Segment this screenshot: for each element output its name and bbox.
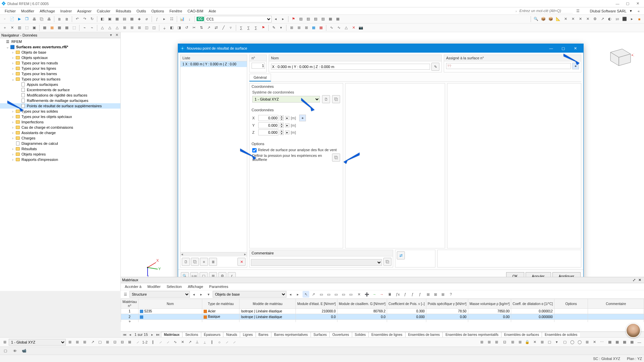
tool-b-icon[interactable]: 📦 [540,16,547,22]
filter3-icon[interactable]: ▨ [305,16,312,22]
tab-next-icon[interactable]: ▸ [150,333,155,337]
tb2-38-icon[interactable]: ⊞ [296,24,302,31]
tb2-33-icon[interactable]: ∑ [253,24,259,31]
br-18-icon[interactable]: ▦ [614,339,621,346]
br-3-icon[interactable]: ⊞ [493,339,500,346]
list-tool2-button[interactable]: ≣ [209,258,217,266]
results-icon[interactable]: ☷ [168,16,175,22]
bt-19-icon[interactable]: ⊥ [194,339,201,346]
mat-tab[interactable]: Barres [256,332,271,337]
col-type[interactable]: Type de matériau [202,299,239,309]
tb2-4-icon[interactable]: ⬚ [23,24,30,31]
tb2-29-icon[interactable]: ╱ [220,24,227,31]
mat-add-icon[interactable]: ➕ [364,291,370,298]
mat-tab[interactable]: Ensembles de surfaces [501,332,542,337]
collapse-icon[interactable]: « [635,8,642,14]
copy-icon[interactable]: ⿻ [38,16,45,22]
mat-f3-icon[interactable]: ƒ [417,291,423,298]
comment-select[interactable] [251,259,382,266]
coord-pick-button[interactable]: ⌖ [299,115,306,121]
mat-tab[interactable]: Sections [182,332,201,337]
br-1-icon[interactable]: ⊞ [478,339,485,346]
tree-item[interactable]: ›Rapports d'impression [0,157,120,162]
cc-prev-icon[interactable]: ◂ [272,16,279,22]
tb2-15-icon[interactable]: △ [114,24,120,31]
table-row[interactable]: 3 [121,319,644,322]
support-avatar[interactable] [626,323,641,338]
mat-prev-icon[interactable]: ◂ [191,291,197,298]
view-iso-icon[interactable]: ◧ [99,16,106,22]
tb2-37-icon[interactable]: ⊞ [288,24,295,31]
tb2-6-icon[interactable]: ▦ [41,24,48,31]
cs-select[interactable]: 1 - Global XYZ [9,339,66,346]
tree-item[interactable]: Modifications de rigidité des surfaces [0,93,120,98]
bt-4-icon[interactable]: ⊞ [81,339,88,346]
mat-t5-icon[interactable]: ▭ [333,291,339,298]
mat-tab[interactable]: Ensembles de barres [405,332,443,337]
mat-f2-icon[interactable]: ƒ [409,291,416,298]
menu-modifier[interactable]: Modifier [18,8,37,14]
mat-tab[interactable]: Surfaces [311,332,330,337]
mat-imp-icon[interactable]: ⊞ [432,291,439,298]
tb2-23-icon[interactable]: ◨ [176,24,182,31]
view-cube[interactable]: +X [604,42,634,69]
tree-item[interactable]: ›Objets spéciaux [0,55,120,60]
tb2-18-icon[interactable]: ⊞ [136,24,143,31]
tb2-17-icon[interactable]: ⊞ [128,24,135,31]
tool-m-icon[interactable]: ⬛ [621,16,628,22]
col-E[interactable]: Module d'élast. E [N/mm²] [296,299,337,309]
mat-tab[interactable]: Barres représentatives [271,332,311,337]
menu-fichier[interactable]: Fichier [2,8,18,14]
tree-item[interactable]: Appuis surfaciques [0,82,120,87]
filter6-icon[interactable]: ▦ [327,16,334,22]
mat-next-icon[interactable]: ▸ [198,291,205,298]
br-2-icon[interactable]: ⊞ [486,339,492,346]
bt-6-icon[interactable]: ▢ [97,339,103,346]
list-tool1-button[interactable]: ≡ [200,258,208,266]
bt-8-icon[interactable]: ⊡ [111,339,118,346]
tb2-25-icon[interactable]: ✂ [191,24,197,31]
mat-ins-icon[interactable]: → [371,291,378,298]
mat-exp-icon[interactable]: ⊞ [425,291,431,298]
tb2-41-icon[interactable]: ▦ [318,24,324,31]
tree-project[interactable]: ⌄🟦Surfaces avec ouvertures.rf6* [0,44,120,50]
tab-prev-icon[interactable]: ◂ [128,333,132,337]
menu-cao-bim[interactable]: CAO-BIM [185,8,206,14]
coord-sys-new-button[interactable]: 🗋 [322,95,330,103]
filter7-icon[interactable]: ▦ [334,16,341,22]
undo-icon[interactable]: ↶ [74,16,80,22]
name-edit-button[interactable]: ✎ [431,63,439,71]
col-comment[interactable]: Commentaire [588,299,644,309]
mat-tab[interactable]: Solides [352,332,369,337]
menu-assigner[interactable]: Assigner [74,8,94,14]
bt-23-icon[interactable]: ⟋ [223,339,230,346]
dialog-titlebar[interactable]: 💠 Nouveau point de résultat de surface —… [178,44,583,53]
bt-7-icon[interactable]: ⊞ [104,339,111,346]
cc-next-icon[interactable]: ▸ [280,16,286,22]
tb2-19-icon[interactable]: ◫ [143,24,150,31]
mat-nav1-icon[interactable]: ◂ [287,291,294,298]
mat-tree-icon[interactable]: ☰ [122,291,129,298]
view-slash-icon[interactable]: ⌀ [143,16,150,22]
mat-menu-goto[interactable]: Accéder à [122,284,144,289]
bt-16-icon[interactable]: ∿ [172,339,178,346]
mat-menu-params[interactable]: Paramètres [207,284,231,289]
filter4-icon[interactable]: ▨ [312,16,319,22]
br-15-icon[interactable]: ✕ [591,339,598,346]
load-case-select[interactable]: CC1 [205,16,272,22]
run-icon[interactable]: ƒ [154,16,160,22]
bt-12-icon[interactable]: 1-2 [142,339,148,346]
tool-h-icon[interactable]: ✕ [584,16,591,22]
bt-1-icon[interactable]: ⊞ [1,339,8,346]
coord-y-input[interactable] [258,122,278,128]
mat-menu-display[interactable]: Affichage [185,284,206,289]
chart-icon[interactable]: 📊 [179,16,185,22]
bt-9-icon[interactable]: ⊟ [119,339,125,346]
bt-13-icon[interactable]: ∥ [150,339,156,346]
mat-tab[interactable]: Ouvertures [329,332,352,337]
filter1-icon[interactable]: ⚑ [290,16,297,22]
tree-root[interactable]: ☰RFEM [0,39,120,44]
br-12-icon[interactable]: ◯ [569,339,576,346]
br-20-icon[interactable]: ▦ [629,339,635,346]
menu-outils[interactable]: Outils [134,8,149,14]
